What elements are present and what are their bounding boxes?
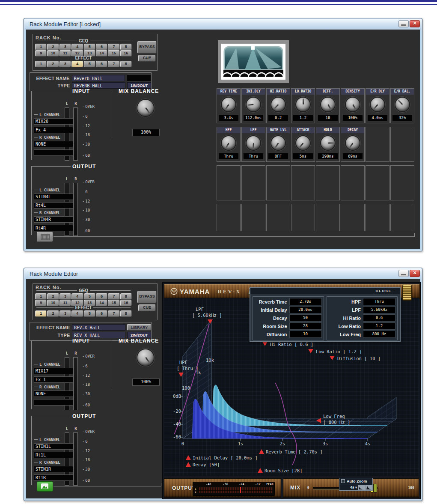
grid-icon: [41, 234, 50, 240]
effect-button[interactable]: 8: [120, 61, 132, 67]
library-button[interactable]: LIBRARY: [127, 324, 151, 331]
input-l-source[interactable]: MIX20: [34, 118, 73, 125]
effect-button[interactable]: 5: [84, 310, 95, 317]
output-r-dest[interactable]: STIN4R: [34, 216, 73, 223]
geq-button[interactable]: 4: [71, 293, 83, 300]
effect-button[interactable]: 3: [59, 61, 71, 67]
geq-button[interactable]: 8: [120, 293, 132, 300]
minimize-button[interactable]: [398, 270, 409, 277]
zoom-range-dropdown[interactable]: 4s: [339, 485, 358, 489]
param-knob[interactable]: [222, 136, 235, 150]
effect-button[interactable]: 2: [47, 310, 59, 317]
param-row[interactable]: Low Ratio 1.2: [329, 322, 396, 330]
bypass-button[interactable]: BYPASS: [137, 291, 157, 303]
cue-button[interactable]: CUE: [138, 55, 156, 62]
effect-name-field[interactable]: REV-X Hall: [72, 324, 125, 331]
param-knob[interactable]: [222, 98, 235, 111]
geq-button[interactable]: 7: [108, 293, 119, 300]
param-row[interactable]: HPF Thru: [329, 298, 396, 305]
effect-button[interactable]: 7: [108, 61, 119, 67]
geq-button[interactable]: 1: [35, 293, 47, 300]
input-l-source[interactable]: MIX17: [34, 368, 73, 374]
connector-line: [54, 486, 161, 486]
effect-button[interactable]: 8: [120, 310, 132, 317]
param-knob[interactable]: [321, 136, 335, 150]
output-l-dest[interactable]: STIN4L: [34, 194, 73, 200]
mix-balance-knob[interactable]: [137, 349, 154, 366]
param-knob[interactable]: [271, 136, 285, 150]
effect-button[interactable]: 4: [71, 310, 83, 317]
param-row[interactable]: Hi Ratio 0.6: [329, 314, 396, 322]
titlebar[interactable]: Rack Module Editor [Locked]: [24, 19, 422, 30]
effect-button[interactable]: 7: [108, 310, 119, 317]
geq-button[interactable]: 3: [59, 293, 71, 300]
param-cell-empty: [316, 165, 340, 200]
param-row[interactable]: Decay 50: [255, 314, 322, 322]
param-row[interactable]: Room Size 28: [255, 322, 322, 330]
geq-button[interactable]: 5: [84, 44, 95, 50]
geq-button[interactable]: 8: [120, 44, 132, 50]
geq-button[interactable]: 6: [96, 293, 107, 300]
effect-button[interactable]: 6: [96, 310, 107, 317]
param-cell-empty: [241, 204, 265, 231]
graphic-view-button[interactable]: [37, 481, 53, 492]
params-right-box: HPF Thru LPF 5.60kHz Hi Ratio 0.6 Low Ra…: [327, 296, 398, 340]
geq-button[interactable]: 3: [59, 44, 71, 50]
param-row[interactable]: Diffusion 10: [255, 331, 322, 338]
param-cell-empty: [390, 165, 414, 200]
close-button[interactable]: [410, 20, 420, 27]
effect-button[interactable]: 3: [59, 310, 71, 317]
effect-button[interactable]: 1: [35, 310, 47, 317]
effect-button[interactable]: 5: [84, 61, 95, 67]
image-icon: [41, 483, 48, 489]
close-panel-button[interactable]: CLOSE −: [250, 288, 400, 294]
yamaha-tuning-fork-icon: [170, 288, 178, 295]
param-knob[interactable]: [395, 98, 409, 111]
mix-balance-knob[interactable]: [137, 100, 154, 116]
titlebar[interactable]: Rack Module Editor: [24, 268, 422, 279]
cue-button[interactable]: CUE: [138, 304, 156, 311]
geq-button[interactable]: 2: [47, 293, 59, 300]
meter-bar-r: [73, 432, 78, 486]
zoom-out-button[interactable]: [358, 485, 365, 490]
output-l-dest[interactable]: STIN1L: [34, 443, 73, 450]
param-row[interactable]: Reverb Time 2.70s: [255, 298, 322, 305]
param-knob[interactable]: [247, 98, 260, 111]
param-row[interactable]: LPF 5.60kHz: [329, 306, 396, 313]
param-knob[interactable]: [346, 136, 360, 150]
bypass-button[interactable]: BYPASS: [137, 41, 157, 54]
geq-button[interactable]: 7: [108, 44, 119, 50]
effect-button[interactable]: 4: [71, 61, 83, 67]
output-r-dest[interactable]: STIN1R: [34, 466, 73, 472]
param-knob[interactable]: [296, 98, 310, 111]
param-cell-empty: [217, 165, 241, 200]
reverb-hall-graphic: [218, 40, 289, 83]
effect-button[interactable]: 1: [35, 61, 47, 67]
geq-button[interactable]: 5: [84, 293, 95, 300]
auto-zoom-checkbox[interactable]: [341, 479, 345, 483]
geq-button[interactable]: 4: [71, 44, 83, 50]
param-row[interactable]: Low Freq 800 Hz: [329, 331, 396, 338]
revx-editor-panel: YAMAHA REV-X HALL: [162, 282, 421, 499]
zoom-in-button[interactable]: [365, 485, 372, 490]
param-knob[interactable]: [321, 98, 335, 111]
param-knob[interactable]: [296, 136, 310, 150]
effect-button[interactable]: 6: [96, 61, 107, 67]
effect-button[interactable]: 2: [47, 61, 59, 67]
geq-button[interactable]: 2: [47, 44, 59, 50]
meter-view-button[interactable]: [37, 232, 53, 242]
param-cell-empty: [390, 127, 414, 162]
param-knob[interactable]: [247, 136, 260, 150]
minimize-button[interactable]: [398, 20, 409, 27]
param-row[interactable]: Initial Delay 20.0ms: [255, 306, 322, 313]
close-button[interactable]: [410, 270, 420, 277]
input-r-source[interactable]: NONE: [34, 141, 73, 147]
geq-button[interactable]: 1: [35, 44, 47, 50]
effect-name-field[interactable]: Reverb Hall: [72, 75, 125, 81]
input-r-source[interactable]: NONE: [34, 391, 73, 397]
scroll-ornament-icon[interactable]: [402, 285, 412, 301]
param-knob[interactable]: [371, 98, 384, 111]
param-knob[interactable]: [271, 98, 285, 111]
geq-button[interactable]: 6: [96, 44, 107, 50]
param-knob[interactable]: [346, 98, 360, 111]
